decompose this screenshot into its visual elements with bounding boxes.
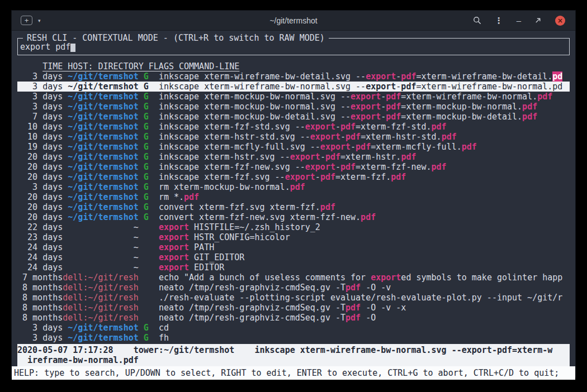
history-row[interactable]: 20 days ~/git/termshot G inkscape xterm-… xyxy=(17,152,570,162)
row-time: 10 days xyxy=(17,122,63,132)
search-icon[interactable] xyxy=(473,16,481,25)
row-flag xyxy=(144,242,149,252)
history-row[interactable]: 3 days ~/git/termshot G rm xterm-mockup-… xyxy=(17,182,570,192)
row-command: inkscape xterm-fzf-new.svg --export-pdf=… xyxy=(159,162,447,172)
row-flag: G xyxy=(144,162,149,172)
row-flag xyxy=(144,222,149,232)
history-row[interactable]: 8 monthsdell:~/git/resh neato /tmp/resh-… xyxy=(17,303,570,313)
history-row[interactable]: 20 days ~/git/termshot G inkscape xterm-… xyxy=(17,162,570,172)
row-flag: G xyxy=(144,102,149,112)
header-pad xyxy=(17,61,42,71)
history-row[interactable]: 24 days ~ export GIT_EDITOR xyxy=(17,252,570,262)
menu-kebab-icon[interactable]: ⋮ xyxy=(495,16,503,26)
history-row[interactable]: 20 days ~/git/termshot G inkscape xterm-… xyxy=(17,172,570,182)
history-row[interactable]: 10 days ~/git/termshot G inkscape xterm-… xyxy=(17,122,570,132)
row-time: 20 days xyxy=(17,212,63,222)
row-command: neato /tmp/resh-graphviz-cmdSeq.gv -Tpdf… xyxy=(159,313,376,323)
row-time: 22 days xyxy=(17,222,63,232)
row-command: export HISTFILE=~/.zsh_history_2 xyxy=(159,222,320,232)
history-row[interactable]: 3 days ~/git/termshot G inkscape xterm-m… xyxy=(17,102,570,112)
row-flag: G xyxy=(144,323,149,333)
row-flag: G xyxy=(144,92,149,102)
help-bar: HELP: type to search, UP/DOWN to select,… xyxy=(12,366,575,380)
row-time: 3 days xyxy=(17,92,63,102)
row-time: 20 days xyxy=(17,172,63,182)
row-host: ~/git/termshot xyxy=(63,323,138,333)
row-flag xyxy=(144,273,149,283)
history-row[interactable]: 20 days ~/git/termshot G convert xterm-f… xyxy=(17,212,570,222)
row-time: 7 days xyxy=(17,112,63,122)
history-header: TIME HOST: DIRECTORY FLAGS COMMAND-LINE xyxy=(17,61,570,71)
row-command: rm *.pdf xyxy=(159,192,199,202)
row-command: inkscape xterm-mockup-bw-normal.svg --ex… xyxy=(159,92,552,102)
row-host: ~/git/termshot xyxy=(63,172,138,182)
chevron-down-icon[interactable]: ▾ xyxy=(38,18,41,23)
row-command: inkscape xterm-hstr.svg --export-pdf=xte… xyxy=(159,152,416,162)
minimize-button[interactable]: – xyxy=(517,16,521,25)
close-button[interactable]: × xyxy=(555,16,565,26)
row-flag xyxy=(144,252,149,262)
history-row[interactable]: 3 days ~/git/termshot G fh xyxy=(17,333,570,343)
row-host: dell:~/git/resh xyxy=(63,283,138,293)
history-row[interactable]: 10 days ~/git/termshot G inkscape xterm-… xyxy=(17,132,570,142)
history-rows: 3 days ~/git/termshot G inkscape xterm-w… xyxy=(17,71,570,343)
history-row[interactable]: 23 days ~ export HSTR_CONFIG=hicolor xyxy=(17,232,570,242)
history-row[interactable]: 20 days ~/git/termshot G rm *.pdf xyxy=(17,192,570,202)
row-flag xyxy=(144,262,149,273)
history-row[interactable]: 3 days ~/git/termshot G inkscape xterm-w… xyxy=(17,71,570,82)
history-row[interactable]: 24 days ~ export EDITOR xyxy=(17,262,570,273)
row-command: export HSTR_CONFIG=hicolor xyxy=(159,232,290,242)
row-time: 3 days xyxy=(17,323,63,333)
terminal-window: + ▾ ~/git/termshot ⋮ – × RESH CLI xyxy=(11,10,576,377)
history-row[interactable]: 8 monthsdell:~/git/resh ./resh-evaluate … xyxy=(17,293,570,303)
row-time: 20 days xyxy=(17,192,63,202)
row-host: ~ xyxy=(63,242,138,252)
row-command: export GIT_EDITOR xyxy=(159,252,245,262)
row-command: convert xterm-fzf-new.svg xterm-fzf-new.… xyxy=(159,212,376,222)
row-command: export PATH xyxy=(159,242,214,252)
row-host: ~/git/termshot xyxy=(63,92,138,102)
row-time: 20 days xyxy=(17,152,63,162)
row-flag: G xyxy=(144,82,149,92)
history-row[interactable]: 3 days ~/git/termshot G inkscape xterm-w… xyxy=(17,82,570,92)
row-command: inkscape xterm-hstr-std.svg --export-pdf… xyxy=(159,132,457,142)
history-row[interactable]: 22 days ~ export HISTFILE=~/.zsh_history… xyxy=(17,222,570,232)
row-host: ~ xyxy=(63,222,138,232)
history-row[interactable]: 20 days ~/git/termshot G convert xterm-f… xyxy=(17,202,570,212)
row-command: inkscape xterm-mockup-bw-normal.svg --ex… xyxy=(159,102,537,112)
search-box-title: RESH CLI - CONTEXTUAL MODE - (CTRL+R to … xyxy=(23,33,329,43)
row-time: 3 days xyxy=(17,82,63,92)
row-time: 3 days xyxy=(17,333,63,343)
search-input[interactable]: export pdf xyxy=(20,42,567,52)
row-host: ~/git/termshot xyxy=(63,212,138,222)
row-host: ~/git/termshot xyxy=(63,112,138,122)
new-tab-button[interactable]: + xyxy=(21,16,32,25)
row-time: 8 months xyxy=(17,283,63,293)
header-text: TIME HOST: DIRECTORY FLAGS COMMAND-LINE xyxy=(42,61,239,71)
row-command: ./resh-evaluate --plotting-script evalua… xyxy=(159,293,562,303)
history-row[interactable]: 19 days ~/git/termshot G inkscape xterm-… xyxy=(17,142,570,152)
row-host: ~/git/termshot xyxy=(63,122,138,132)
row-command: export EDITOR xyxy=(159,262,224,273)
history-row[interactable]: 24 days ~ export PATH xyxy=(17,242,570,252)
search-box[interactable]: RESH CLI - CONTEXTUAL MODE - (CTRL+R to … xyxy=(17,38,570,55)
history-row[interactable]: 8 monthsdell:~/git/resh neato /tmp/resh-… xyxy=(17,283,570,293)
row-flag: G xyxy=(144,333,149,343)
titlebar: + ▾ ~/git/termshot ⋮ – × xyxy=(12,11,575,31)
row-command: inkscape xterm-mcfly-full.svg --export-p… xyxy=(159,142,477,152)
row-flag: G xyxy=(144,152,149,162)
history-row[interactable]: 3 days ~/git/termshot G cd xyxy=(17,323,570,333)
history-row[interactable]: 3 days ~/git/termshot G inkscape xterm-m… xyxy=(17,92,570,102)
row-command: inkscape xterm-fzf.svg --export-pdf=xter… xyxy=(159,172,406,182)
row-flag xyxy=(144,313,149,323)
row-host: ~/git/termshot xyxy=(63,71,138,82)
row-time: 24 days xyxy=(17,242,63,252)
detail-bar: 2020-05-07 17:17:28 tower:~/git/termshot… xyxy=(17,344,570,366)
row-host: dell:~/git/resh xyxy=(63,273,138,283)
history-row[interactable]: 7 monthsdell:~/git/resh echo "Add a bunc… xyxy=(17,273,570,283)
query-text: export pdf xyxy=(20,42,70,52)
row-time: 3 days xyxy=(17,182,63,192)
history-row[interactable]: 8 monthsdell:~/git/resh neato /tmp/resh-… xyxy=(17,313,570,323)
history-row[interactable]: 7 days ~/git/termshot G inkscape xterm-m… xyxy=(17,112,570,122)
restore-button[interactable] xyxy=(534,17,542,24)
